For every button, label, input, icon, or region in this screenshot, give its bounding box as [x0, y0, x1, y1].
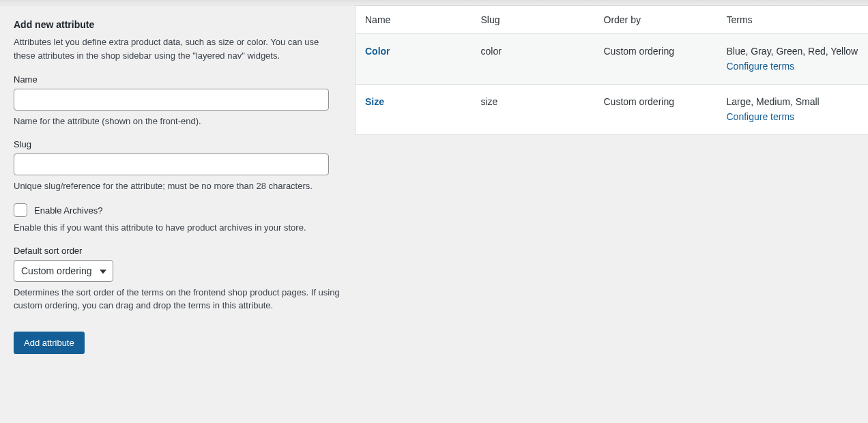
attribute-name-link[interactable]: Color	[365, 46, 390, 57]
attribute-terms: Large, Medium, Small	[727, 94, 859, 109]
th-terms: Terms	[717, 6, 869, 34]
attributes-table: Name Slug Order by Terms Color color Cus…	[355, 5, 868, 135]
configure-terms-link[interactable]: Configure terms	[727, 61, 795, 72]
attribute-name-link[interactable]: Size	[365, 96, 384, 107]
sort-field-group: Default sort order Custom ordering Deter…	[14, 246, 341, 312]
name-input[interactable]	[14, 89, 329, 111]
slug-input[interactable]	[14, 154, 329, 175]
archives-field-group: Enable Archives? Enable this if you want…	[14, 203, 341, 235]
attribute-orderby: Custom ordering	[594, 84, 717, 134]
add-attribute-form: Add new attribute Attributes let you def…	[0, 5, 355, 368]
attribute-slug: size	[472, 84, 594, 134]
add-attribute-button[interactable]: Add attribute	[14, 332, 85, 354]
attribute-terms: Blue, Gray, Green, Red, Yellow	[727, 44, 859, 59]
attributes-list: Name Slug Order by Terms Color color Cus…	[355, 5, 868, 368]
th-orderby: Order by	[594, 6, 717, 34]
slug-label: Slug	[14, 139, 341, 149]
slug-field-group: Slug Unique slug/reference for the attri…	[14, 139, 341, 193]
name-label: Name	[14, 74, 341, 85]
th-name: Name	[356, 6, 472, 34]
configure-terms-link[interactable]: Configure terms	[727, 111, 795, 122]
top-bar	[0, 0, 868, 5]
sort-label: Default sort order	[14, 246, 341, 256]
main-container: Add new attribute Attributes let you def…	[0, 5, 868, 368]
sort-help: Determines the sort order of the terms o…	[14, 286, 341, 312]
table-row: Size size Custom ordering Large, Medium,…	[356, 84, 869, 134]
enable-archives-label: Enable Archives?	[34, 205, 102, 216]
enable-archives-checkbox[interactable]	[14, 203, 27, 217]
attribute-slug: color	[472, 34, 594, 85]
th-slug: Slug	[472, 6, 594, 34]
name-help: Name for the attribute (shown on the fro…	[14, 115, 341, 128]
archives-help: Enable this if you want this attribute t…	[14, 221, 341, 235]
sort-order-select[interactable]: Custom ordering	[14, 260, 113, 282]
slug-help: Unique slug/reference for the attribute;…	[14, 179, 341, 193]
form-title: Add new attribute	[14, 19, 341, 30]
attribute-orderby: Custom ordering	[594, 34, 717, 85]
name-field-group: Name Name for the attribute (shown on th…	[14, 74, 341, 128]
form-description: Attributes let you define extra product …	[14, 35, 341, 62]
table-row: Color color Custom ordering Blue, Gray, …	[356, 34, 869, 85]
